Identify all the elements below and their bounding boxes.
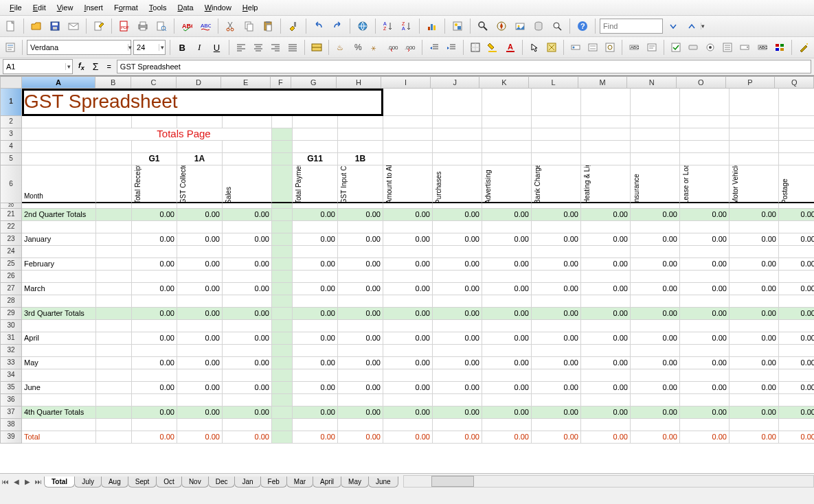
cell[interactable] — [293, 345, 338, 357]
cell[interactable] — [22, 345, 96, 357]
cell[interactable]: 0.00 — [293, 233, 338, 246]
cell[interactable]: 0.00 — [338, 308, 383, 320]
cell[interactable] — [730, 271, 779, 283]
cell[interactable] — [272, 246, 293, 258]
cell[interactable] — [223, 246, 272, 258]
row-header[interactable]: 3 — [0, 128, 22, 141]
cell[interactable] — [383, 394, 433, 406]
row-header[interactable]: 28 — [0, 295, 22, 308]
cell[interactable]: 0.00 — [482, 209, 532, 221]
cell[interactable] — [177, 246, 223, 258]
row-header[interactable]: 30 — [0, 320, 22, 332]
cell[interactable]: 0.00 — [482, 431, 532, 444]
cell[interactable] — [680, 203, 730, 209]
cell[interactable] — [581, 394, 631, 406]
sheet-tab[interactable]: Aug — [101, 477, 128, 488]
cell[interactable]: 0.00 — [383, 431, 433, 444]
cell[interactable]: February — [22, 258, 96, 271]
redo-icon[interactable] — [329, 18, 346, 34]
datasources-icon[interactable] — [530, 18, 547, 34]
cell[interactable] — [779, 419, 814, 431]
cell[interactable] — [22, 419, 96, 431]
cell[interactable] — [383, 221, 433, 233]
cell[interactable]: 0.00 — [223, 332, 272, 345]
cell[interactable]: 1B — [338, 153, 383, 165]
cell[interactable] — [177, 394, 223, 406]
cell[interactable] — [338, 419, 383, 431]
cell[interactable] — [383, 345, 433, 357]
cell[interactable] — [272, 394, 293, 406]
menu-help[interactable]: Help — [237, 1, 264, 14]
cell[interactable] — [177, 116, 223, 128]
cell[interactable] — [223, 345, 272, 357]
cell[interactable] — [680, 246, 730, 258]
cell[interactable]: 0.00 — [532, 332, 581, 345]
cell[interactable] — [631, 369, 680, 382]
cell[interactable] — [730, 320, 779, 332]
cell[interactable] — [680, 141, 730, 153]
cell[interactable] — [132, 419, 177, 431]
cell[interactable] — [730, 221, 779, 233]
cell[interactable] — [433, 345, 482, 357]
cell[interactable] — [383, 89, 433, 116]
label2-icon[interactable]: ABC — [754, 39, 769, 56]
cell[interactable] — [680, 128, 730, 141]
sheet-tab[interactable]: Mar — [286, 477, 313, 488]
cell[interactable] — [482, 246, 532, 258]
cell[interactable]: 0.00 — [338, 258, 383, 271]
cell[interactable] — [272, 141, 293, 153]
row-header[interactable]: 1 — [0, 89, 22, 116]
cell[interactable]: 0.00 — [383, 258, 433, 271]
cell[interactable]: 0.00 — [631, 382, 680, 394]
cell[interactable] — [338, 271, 383, 283]
cell[interactable] — [22, 221, 96, 233]
cell[interactable]: 0.00 — [383, 357, 433, 369]
cell[interactable] — [680, 116, 730, 128]
cell[interactable]: 0.00 — [482, 406, 532, 419]
cell[interactable] — [177, 141, 223, 153]
cell[interactable]: June — [22, 382, 96, 394]
cell[interactable]: 0.00 — [631, 357, 680, 369]
cell[interactable] — [177, 221, 223, 233]
row-header[interactable]: 38 — [0, 419, 22, 431]
cell[interactable] — [730, 153, 779, 165]
font-size-combo[interactable]: ▾ — [133, 40, 166, 55]
cell[interactable] — [338, 246, 383, 258]
form-navigator-icon[interactable] — [602, 39, 618, 56]
cell[interactable]: 0.00 — [779, 332, 814, 345]
cell[interactable] — [272, 382, 293, 394]
cell[interactable]: 0.00 — [433, 332, 482, 345]
cell[interactable]: 0.00 — [293, 382, 338, 394]
cell[interactable]: 0.00 — [581, 357, 631, 369]
cell[interactable] — [532, 89, 581, 116]
cell[interactable] — [132, 320, 177, 332]
sheet-tab[interactable]: April — [313, 477, 341, 488]
cell[interactable] — [482, 295, 532, 308]
cell[interactable] — [532, 295, 581, 308]
cell[interactable] — [581, 246, 631, 258]
cell[interactable] — [680, 89, 730, 116]
cell[interactable] — [631, 419, 680, 431]
cell[interactable]: 0.00 — [581, 431, 631, 444]
underline-icon[interactable]: U — [209, 39, 224, 56]
cell[interactable] — [730, 369, 779, 382]
select-arrow-icon[interactable] — [527, 39, 542, 56]
cell[interactable] — [433, 271, 482, 283]
cell[interactable] — [338, 320, 383, 332]
cell[interactable] — [293, 246, 338, 258]
cell[interactable] — [96, 345, 132, 357]
cell[interactable] — [581, 221, 631, 233]
open-icon[interactable] — [28, 18, 45, 34]
cell[interactable] — [680, 271, 730, 283]
optionbutton-icon[interactable] — [703, 39, 718, 56]
cell[interactable] — [223, 295, 272, 308]
cell[interactable]: 0.00 — [631, 406, 680, 419]
cell[interactable]: 0.00 — [532, 406, 581, 419]
column-header[interactable]: L — [529, 76, 578, 89]
cell[interactable] — [132, 295, 177, 308]
cell[interactable] — [96, 116, 132, 128]
cell[interactable] — [482, 419, 532, 431]
cell[interactable] — [779, 89, 814, 116]
cell[interactable] — [730, 116, 779, 128]
row-header[interactable]: 24 — [0, 246, 22, 258]
